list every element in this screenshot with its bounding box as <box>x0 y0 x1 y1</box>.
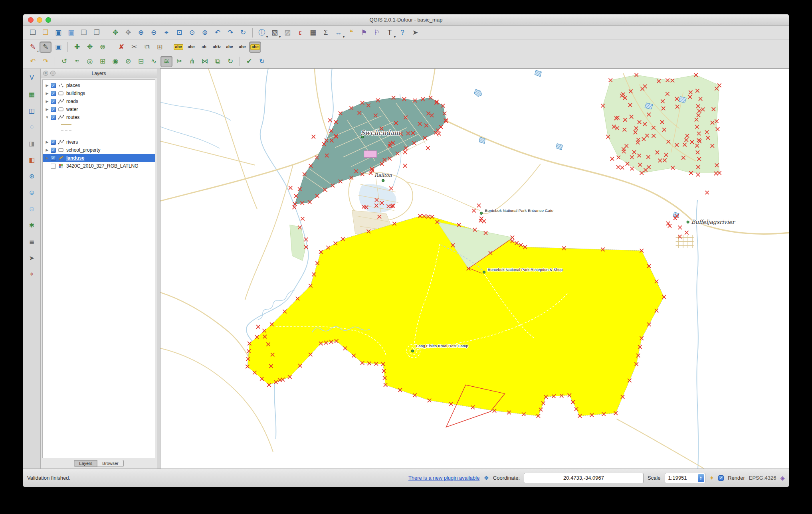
check-geometries-button[interactable]: ✔ <box>243 56 255 67</box>
label-pin-button[interactable]: abc <box>224 42 236 53</box>
close-window-button[interactable] <box>28 17 34 23</box>
layers-panel-float-button[interactable]: ◦ <box>50 71 55 76</box>
expand-arrow-icon[interactable]: ▶ <box>45 91 49 95</box>
current-edits-dropdown-arrow-icon[interactable]: ▾ <box>37 49 39 53</box>
measure-button[interactable]: ↔▾ <box>333 27 345 38</box>
split-features-button[interactable]: ✂ <box>173 56 185 67</box>
expand-arrow-icon[interactable]: ▶ <box>45 99 49 103</box>
map-tips-button[interactable]: ❝ <box>345 27 357 38</box>
expand-arrow-icon[interactable]: ▶ <box>45 107 49 111</box>
zoom-native-button[interactable]: ⌖ <box>160 27 172 38</box>
coordinate-capture-button[interactable]: ⌖ <box>26 268 38 280</box>
undo-button[interactable]: ↶ <box>27 56 39 67</box>
toggle-editing-button[interactable]: ✎ <box>40 42 51 53</box>
render-refresh-icon[interactable]: ✦ <box>709 474 715 482</box>
identify-features-button[interactable]: ⓘ▾ <box>256 27 268 38</box>
add-oracle-layer-button[interactable]: ◧ <box>26 154 38 166</box>
fill-ring-button[interactable]: ◉ <box>109 56 121 67</box>
crs-selector-icon[interactable]: ◈ <box>780 474 785 482</box>
layer-item-roads[interactable]: ▶✓roads <box>43 97 155 105</box>
map-refresh-button[interactable]: ↻ <box>237 27 249 38</box>
delete-ring-button[interactable]: ⊘ <box>122 56 134 67</box>
map-canvas[interactable]: SwellendamRailtonBontebok National Park … <box>160 69 789 469</box>
add-wcs-layer-button[interactable]: ⊜ <box>26 186 38 198</box>
layer-item-water[interactable]: ▶✓water <box>43 105 155 113</box>
measure-dropdown-arrow-icon[interactable]: ▾ <box>343 35 345 39</box>
layer-visibility-checkbox[interactable]: ✓ <box>51 148 56 153</box>
add-gps-layer-button[interactable]: ➤ <box>26 252 38 264</box>
field-calculator-button[interactable]: Σ <box>320 27 332 38</box>
paste-features-button[interactable]: ⊞ <box>154 42 166 53</box>
rotate-feature-button[interactable]: ↺ <box>58 56 70 67</box>
copy-features-button[interactable]: ⧉ <box>141 42 153 53</box>
show-bookmarks-button[interactable]: ⚐ <box>371 27 383 38</box>
layer-visibility-checkbox[interactable]: ✓ <box>51 107 56 112</box>
layer-item-places[interactable]: ▶✓places <box>43 81 155 89</box>
pan-to-selection-button[interactable]: ✥ <box>122 27 134 38</box>
identify-features-dropdown-arrow-icon[interactable]: ▾ <box>266 35 268 39</box>
zoom-last-button[interactable]: ↶ <box>212 27 224 38</box>
render-checkbox[interactable]: ✓ <box>718 475 724 481</box>
merge-features-button[interactable]: ⋈ <box>199 56 211 67</box>
layer-item-rivers[interactable]: ▶✓rivers <box>43 138 155 146</box>
layer-item-school_property[interactable]: ▶✓school_property <box>43 146 155 154</box>
panel-tab-browser[interactable]: Browser <box>97 460 123 467</box>
plugin-icon[interactable]: ❖ <box>483 474 489 482</box>
panel-splitter[interactable] <box>157 69 160 469</box>
zoom-full-button[interactable]: ⊡ <box>173 27 185 38</box>
new-shapefile-layer-button[interactable]: ✱ <box>26 219 38 231</box>
add-vector-layer-button[interactable]: V <box>26 72 38 84</box>
add-spatialite-layer-button[interactable]: ◌ <box>26 121 38 133</box>
help-button[interactable]: ? <box>396 27 408 38</box>
zoom-out-button[interactable]: ⊖ <box>148 27 160 38</box>
offset-curve-button[interactable]: ≋ <box>160 56 172 67</box>
deselect-features-button[interactable]: ▨ <box>281 27 293 38</box>
panel-tab-layers[interactable]: Layers <box>74 460 97 467</box>
combo-arrows-icon[interactable]: ▲▼ <box>698 474 704 482</box>
open-project-button[interactable]: ❒ <box>40 27 51 38</box>
plugin-available-link[interactable]: There is a new plugin available <box>408 475 480 481</box>
add-ring-button[interactable]: ◎ <box>84 56 96 67</box>
layer-visibility-checkbox[interactable]: ✓ <box>51 83 56 88</box>
label-move-button[interactable]: ab <box>198 42 210 53</box>
cut-features-button[interactable]: ✂ <box>128 42 140 53</box>
layers-panel-header[interactable]: × ◦ Layers <box>41 69 157 78</box>
minimize-window-button[interactable] <box>37 17 42 23</box>
layers-panel-close-button[interactable]: × <box>43 71 48 76</box>
save-layer-edits-button[interactable]: ▣ <box>52 42 64 53</box>
redo-button[interactable]: ↷ <box>40 56 51 67</box>
layer-visibility-checkbox[interactable]: ✓ <box>51 99 56 104</box>
layer-visibility-checkbox[interactable]: ✓ <box>51 156 56 161</box>
current-edits-button[interactable]: ✎▾ <box>27 42 39 53</box>
zoom-to-selection-button[interactable]: ⊙ <box>186 27 198 38</box>
reshape-features-button[interactable]: ∿ <box>148 56 160 67</box>
add-mssql-layer-button[interactable]: ◨ <box>26 137 38 149</box>
scale-combo[interactable]: 1:19951 ▲▼ <box>665 473 705 483</box>
text-annotation-button[interactable]: T▾ <box>384 27 396 38</box>
label-properties-button[interactable]: abc <box>249 42 261 53</box>
label-rotate-button[interactable]: ab↻ <box>211 42 223 53</box>
add-postgis-layer-button[interactable]: ◫ <box>26 105 38 117</box>
select-features-dropdown-arrow-icon[interactable]: ▾ <box>279 35 281 39</box>
label-add-button[interactable]: abc <box>185 42 197 53</box>
add-feature-button[interactable]: ✚ <box>71 42 83 53</box>
save-project-as-button[interactable]: ▣ <box>65 27 77 38</box>
expand-arrow-icon[interactable]: ▶ <box>45 148 49 152</box>
move-feature-button[interactable]: ✥ <box>84 42 96 53</box>
select-by-expression-button[interactable]: ε <box>294 27 306 38</box>
coordinate-input[interactable] <box>524 473 644 483</box>
expand-arrow-icon[interactable]: ▶ <box>45 140 49 144</box>
zoom-in-button[interactable]: ⊕ <box>135 27 147 38</box>
new-bookmark-button[interactable]: ⚑ <box>358 27 370 38</box>
layer-visibility-checkbox[interactable]: ✓ <box>51 140 56 145</box>
select-features-button[interactable]: ▧▾ <box>269 27 281 38</box>
text-annotation-dropdown-arrow-icon[interactable]: ▾ <box>394 35 396 39</box>
layer-item-routes[interactable]: ▼✓routes <box>43 113 155 121</box>
expand-arrow-icon[interactable]: ▼ <box>45 115 49 119</box>
new-print-composer-button[interactable]: ❑ <box>78 27 90 38</box>
composer-manager-button[interactable]: ❐ <box>91 27 103 38</box>
rotate-point-symbols-button[interactable]: ↻ <box>224 56 236 67</box>
add-raster-layer-button[interactable]: ▦ <box>26 88 38 100</box>
expand-arrow-icon[interactable]: ▶ <box>45 83 49 87</box>
open-attribute-table-button[interactable]: ▦ <box>307 27 319 38</box>
